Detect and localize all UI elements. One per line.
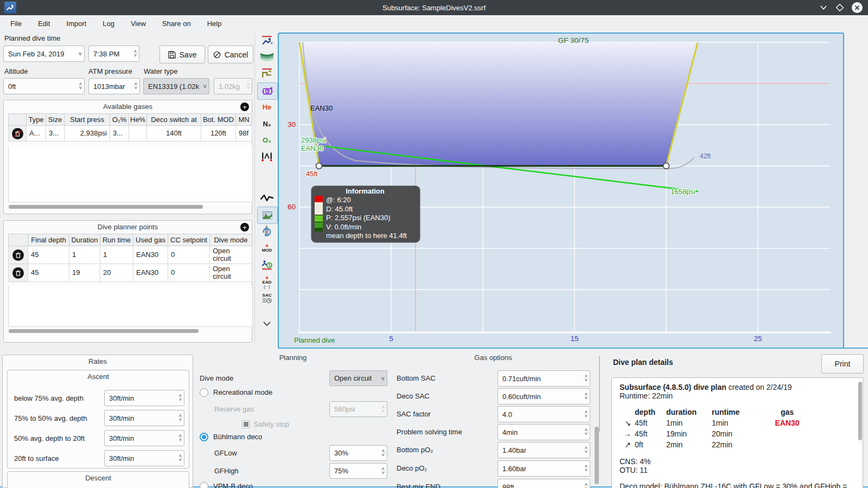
menu-help[interactable]: Help [200, 17, 229, 30]
sac-factor-spinbox[interactable]: 4.0˄˅ [497, 406, 590, 422]
gas-type-cell[interactable]: A... [27, 126, 46, 142]
toolbar-button-dc-ceiling[interactable] [257, 65, 277, 81]
information-tooltip[interactable]: Information @: 6:20 D: 45.0ft P: 2,557ps… [311, 185, 420, 243]
ascent-rate-spinbox[interactable]: 30ft/min˄˅ [104, 410, 184, 426]
maximize-icon[interactable] [835, 3, 844, 12]
best-mix-end-spinbox[interactable]: 98ft˄˅ [497, 479, 590, 488]
point-runtime-cell[interactable]: 20 [100, 264, 133, 282]
dive-mode-combobox[interactable]: Open circuit˅ [329, 370, 387, 386]
plan-notes-scrollbar[interactable] [858, 382, 862, 440]
gases-hscrollbar[interactable] [9, 205, 203, 209]
menu-view[interactable]: View [124, 17, 153, 30]
time-spinbox[interactable]: 7:38 PM˄˅ [88, 46, 139, 62]
spin-arrows-icon[interactable]: ˄˅ [132, 82, 137, 90]
add-gas-button[interactable]: + [240, 102, 249, 111]
toolbar-button-profile[interactable] [257, 33, 277, 49]
spin-arrows-icon[interactable]: ˄˅ [583, 428, 588, 436]
point-divemode-cell[interactable]: Open circuit [210, 264, 252, 282]
menu-log[interactable]: Log [95, 17, 122, 30]
bottom-po2-spinbox[interactable]: 1.40bar˄˅ [497, 442, 590, 458]
point-divemode-cell[interactable]: Open circuit [210, 246, 252, 264]
point-setpoint-cell[interactable]: 0 [168, 246, 210, 264]
delete-point-icon[interactable] [12, 267, 24, 279]
toolbar-button-ceiling[interactable] [257, 49, 277, 65]
point-duration-cell[interactable]: 1 [69, 246, 100, 264]
waypoint-handle[interactable] [316, 163, 322, 169]
atm-pressure-spinbox[interactable]: 1013mbar˄˅ [88, 78, 140, 94]
spin-arrows-icon[interactable]: ˄˅ [177, 414, 182, 422]
toolbar-button-ead[interactable]: +EAD(···) [257, 274, 277, 290]
delete-gas-icon[interactable] [12, 128, 23, 139]
spin-arrows-icon[interactable]: ˄˅ [583, 483, 588, 488]
point-runtime-cell[interactable]: 1 [100, 246, 133, 264]
spin-arrows-icon[interactable]: ˄˅ [380, 467, 385, 475]
minimize-icon[interactable] [819, 3, 828, 12]
spin-arrows-icon[interactable]: ˄˅ [583, 465, 588, 472]
gas-mnd-cell[interactable]: 98f [236, 126, 252, 142]
ascent-rate-spinbox[interactable]: 30ft/min˄˅ [104, 450, 184, 466]
ascent-rate-spinbox[interactable]: 30ft/min˄˅ [104, 430, 184, 446]
toolbar-button-tank[interactable] [257, 223, 277, 239]
point-duration-cell[interactable]: 19 [69, 264, 100, 282]
point-gas-cell[interactable]: EAN30 [133, 264, 168, 282]
menu-file[interactable]: File [3, 17, 29, 30]
menu-share-on[interactable]: Share on [155, 17, 198, 30]
settings-vscrollbar[interactable] [595, 427, 599, 484]
toolbar-button-heartrate[interactable] [257, 190, 277, 206]
gas-startpress-cell[interactable]: 2,938psi [65, 126, 110, 142]
toolbar-button-nitrogen[interactable]: N₂ [257, 115, 277, 132]
spin-arrows-icon[interactable]: ˄˅ [132, 50, 137, 57]
toolbar-button-mod[interactable]: +MOD [257, 240, 277, 256]
deco-sac-spinbox[interactable]: 0.60cuft/min˄˅ [497, 388, 590, 404]
toolbar-button-oxygen[interactable]: O₂ [257, 132, 277, 148]
problem-solving-time-spinbox[interactable]: 4min˄˅ [497, 424, 590, 440]
save-button[interactable]: Save [159, 46, 205, 63]
toolbar-button-collapse[interactable] [257, 316, 277, 332]
gfhigh-spinbox[interactable]: 75%˄˅ [329, 463, 387, 479]
point-depth-cell[interactable]: 45 [28, 246, 69, 264]
point-setpoint-cell[interactable]: 0 [168, 264, 210, 282]
gas-size-cell[interactable]: 3... [46, 126, 65, 142]
spin-arrows-icon[interactable]: ˄˅ [177, 454, 182, 462]
toolbar-button-ruler[interactable] [257, 148, 277, 164]
spin-arrows-icon[interactable]: ˄˅ [77, 82, 82, 90]
toolbar-button-setpoint[interactable] [257, 82, 278, 100]
deco-po2-spinbox[interactable]: 1.60bar˄˅ [497, 460, 590, 477]
date-combobox[interactable]: Sun Feb 24, 2019˅ [3, 46, 85, 62]
point-depth-cell[interactable]: 45 [28, 264, 69, 282]
ascent-rate-spinbox[interactable]: 30ft/min˄˅ [104, 390, 184, 406]
close-icon[interactable]: ✕ [852, 2, 863, 13]
spin-arrows-icon[interactable]: ˄˅ [583, 410, 588, 418]
vpmb-deco-radio[interactable] [200, 482, 208, 488]
dive-profile-chart[interactable]: GF 30/75 30 60 5 15 25 EAN30 2938psi EAN… [278, 33, 844, 349]
gas-o2-cell[interactable]: 3... [110, 126, 129, 142]
gas-decoswitch-cell[interactable]: 140ft [147, 126, 201, 142]
points-hscrollbar[interactable] [9, 329, 199, 333]
gas-he-cell[interactable] [129, 126, 147, 142]
spin-arrows-icon[interactable]: ˄˅ [583, 375, 588, 382]
waypoint-handle[interactable] [663, 163, 669, 169]
spin-arrows-icon[interactable]: ˄˅ [583, 393, 588, 400]
toolbar-button-photos[interactable] [257, 207, 278, 224]
buhlmann-deco-radio[interactable] [200, 433, 208, 441]
spin-arrows-icon[interactable]: ˄˅ [583, 446, 588, 454]
spin-arrows-icon[interactable]: ˄˅ [380, 450, 385, 457]
menu-edit[interactable]: Edit [31, 17, 57, 30]
menu-import[interactable]: Import [59, 17, 93, 30]
toolbar-button-sac[interactable]: SAC [257, 290, 277, 306]
bottom-sac-spinbox[interactable]: 0.71cuft/min˄˅ [497, 370, 590, 387]
spin-arrows-icon[interactable]: ˄˅ [177, 394, 182, 402]
spin-arrows-icon[interactable]: ˄˅ [177, 434, 182, 442]
gflow-spinbox[interactable]: 30%˄˅ [329, 445, 387, 461]
gas-botmod-cell[interactable]: 120ft [201, 126, 236, 142]
toolbar-button-helium[interactable]: He [257, 99, 277, 115]
water-type-combobox[interactable]: EN13319 (1.02k˅ [143, 78, 209, 94]
delete-point-icon[interactable] [12, 249, 24, 261]
print-button[interactable]: Print [821, 354, 864, 374]
altitude-spinbox[interactable]: 0ft˄˅ [3, 78, 85, 94]
toolbar-button-ndl[interactable] [257, 256, 277, 273]
add-point-button[interactable]: + [240, 223, 249, 232]
cancel-button[interactable]: Cancel [208, 46, 253, 63]
recreational-mode-radio[interactable] [200, 388, 208, 397]
point-gas-cell[interactable]: EAN30 [133, 246, 168, 264]
